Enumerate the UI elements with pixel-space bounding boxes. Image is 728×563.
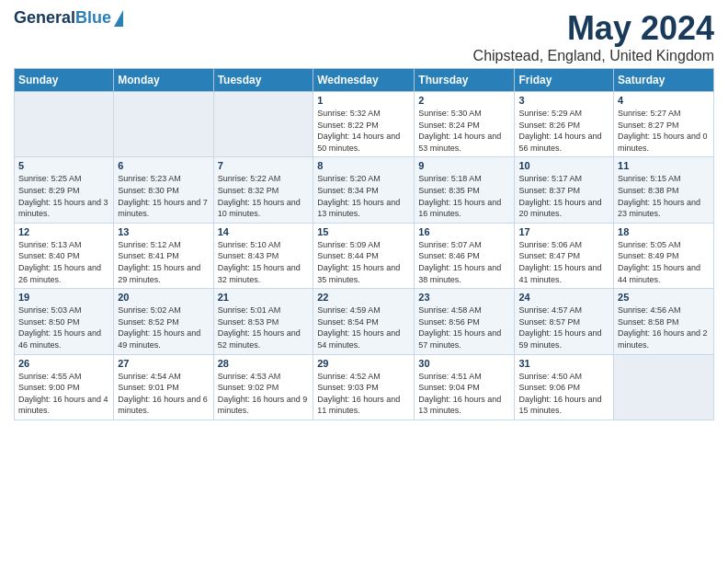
day-info: Sunrise: 5:02 AMSunset: 8:52 PMDaylight:… xyxy=(118,304,209,350)
calendar-cell: 25Sunrise: 4:56 AMSunset: 8:58 PMDayligh… xyxy=(614,289,714,354)
logo-blue: Blue xyxy=(75,8,111,27)
logo: GeneralBlue xyxy=(14,9,123,28)
day-info: Sunrise: 5:23 AMSunset: 8:30 PMDaylight:… xyxy=(118,173,209,219)
calendar-cell: 17Sunrise: 5:06 AMSunset: 8:47 PMDayligh… xyxy=(515,223,614,288)
calendar-cell: 23Sunrise: 4:58 AMSunset: 8:56 PMDayligh… xyxy=(415,289,515,354)
day-info: Sunrise: 5:20 AMSunset: 8:34 PMDaylight:… xyxy=(317,173,410,219)
day-number: 1 xyxy=(317,95,410,106)
day-number: 22 xyxy=(317,292,410,303)
day-info: Sunrise: 5:32 AMSunset: 8:22 PMDaylight:… xyxy=(317,108,410,154)
calendar-cell: 2Sunrise: 5:30 AMSunset: 8:24 PMDaylight… xyxy=(415,92,515,157)
weekday-header: Friday xyxy=(515,69,614,92)
calendar-cell: 29Sunrise: 4:52 AMSunset: 9:03 PMDayligh… xyxy=(313,354,415,419)
weekday-header: Sunday xyxy=(15,69,114,92)
calendar-cell: 16Sunrise: 5:07 AMSunset: 8:46 PMDayligh… xyxy=(415,223,515,288)
calendar-cell: 3Sunrise: 5:29 AMSunset: 8:26 PMDaylight… xyxy=(515,92,614,157)
calendar-week-row: 26Sunrise: 4:55 AMSunset: 9:00 PMDayligh… xyxy=(15,354,714,419)
calendar-cell xyxy=(213,92,313,157)
calendar-cell: 21Sunrise: 5:01 AMSunset: 8:53 PMDayligh… xyxy=(213,289,313,354)
calendar-cell xyxy=(15,92,114,157)
day-number: 23 xyxy=(418,292,510,303)
calendar-cell: 1Sunrise: 5:32 AMSunset: 8:22 PMDaylight… xyxy=(313,92,415,157)
day-info: Sunrise: 5:10 AMSunset: 8:43 PMDaylight:… xyxy=(218,239,310,285)
calendar-header-row: SundayMondayTuesdayWednesdayThursdayFrid… xyxy=(15,69,714,92)
page-container: GeneralBlue May 2024 Chipstead, England,… xyxy=(0,0,728,430)
logo-general: General xyxy=(14,8,75,27)
day-info: Sunrise: 4:53 AMSunset: 9:02 PMDaylight:… xyxy=(218,371,310,417)
day-number: 12 xyxy=(18,226,109,237)
calendar-cell: 8Sunrise: 5:20 AMSunset: 8:34 PMDaylight… xyxy=(313,157,415,223)
day-number: 14 xyxy=(218,226,310,237)
day-info: Sunrise: 4:51 AMSunset: 9:04 PMDaylight:… xyxy=(418,371,510,417)
main-title: May 2024 xyxy=(473,9,714,48)
day-number: 5 xyxy=(18,160,109,171)
day-info: Sunrise: 5:05 AMSunset: 8:49 PMDaylight:… xyxy=(618,239,710,285)
calendar-cell: 30Sunrise: 4:51 AMSunset: 9:04 PMDayligh… xyxy=(415,354,515,419)
day-number: 3 xyxy=(518,95,609,106)
calendar-week-row: 5Sunrise: 5:25 AMSunset: 8:29 PMDaylight… xyxy=(15,157,714,223)
calendar-cell: 26Sunrise: 4:55 AMSunset: 9:00 PMDayligh… xyxy=(15,354,114,419)
day-info: Sunrise: 4:57 AMSunset: 8:57 PMDaylight:… xyxy=(518,304,609,350)
day-info: Sunrise: 5:12 AMSunset: 8:41 PMDaylight:… xyxy=(118,239,209,285)
day-info: Sunrise: 4:56 AMSunset: 8:58 PMDaylight:… xyxy=(618,304,710,350)
day-info: Sunrise: 5:03 AMSunset: 8:50 PMDaylight:… xyxy=(18,304,109,350)
weekday-header: Saturday xyxy=(614,69,714,92)
day-number: 9 xyxy=(418,160,510,171)
day-number: 29 xyxy=(317,358,410,369)
day-info: Sunrise: 4:52 AMSunset: 9:03 PMDaylight:… xyxy=(317,371,410,417)
calendar-cell: 22Sunrise: 4:59 AMSunset: 8:54 PMDayligh… xyxy=(313,289,415,354)
day-number: 18 xyxy=(618,226,710,237)
calendar-cell: 7Sunrise: 5:22 AMSunset: 8:32 PMDaylight… xyxy=(213,157,313,223)
weekday-header: Thursday xyxy=(415,69,515,92)
calendar-cell: 28Sunrise: 4:53 AMSunset: 9:02 PMDayligh… xyxy=(213,354,313,419)
day-info: Sunrise: 4:59 AMSunset: 8:54 PMDaylight:… xyxy=(317,304,410,350)
calendar-week-row: 12Sunrise: 5:13 AMSunset: 8:40 PMDayligh… xyxy=(15,223,714,288)
calendar-cell: 24Sunrise: 4:57 AMSunset: 8:57 PMDayligh… xyxy=(515,289,614,354)
logo-text: GeneralBlue xyxy=(14,9,111,28)
calendar-cell: 11Sunrise: 5:15 AMSunset: 8:38 PMDayligh… xyxy=(614,157,714,223)
day-info: Sunrise: 4:50 AMSunset: 9:06 PMDaylight:… xyxy=(518,371,609,417)
day-number: 20 xyxy=(118,292,209,303)
day-info: Sunrise: 5:22 AMSunset: 8:32 PMDaylight:… xyxy=(218,173,310,219)
day-number: 30 xyxy=(418,358,510,369)
day-number: 24 xyxy=(518,292,609,303)
day-number: 15 xyxy=(317,226,410,237)
day-number: 25 xyxy=(618,292,710,303)
day-number: 28 xyxy=(218,358,310,369)
calendar-cell: 19Sunrise: 5:03 AMSunset: 8:50 PMDayligh… xyxy=(15,289,114,354)
day-number: 13 xyxy=(118,226,209,237)
calendar-week-row: 1Sunrise: 5:32 AMSunset: 8:22 PMDaylight… xyxy=(15,92,714,157)
calendar: SundayMondayTuesdayWednesdayThursdayFrid… xyxy=(14,68,714,420)
day-info: Sunrise: 4:58 AMSunset: 8:56 PMDaylight:… xyxy=(418,304,510,350)
calendar-cell xyxy=(614,354,714,419)
calendar-cell: 4Sunrise: 5:27 AMSunset: 8:27 PMDaylight… xyxy=(614,92,714,157)
header: GeneralBlue May 2024 Chipstead, England,… xyxy=(14,9,714,64)
day-info: Sunrise: 5:17 AMSunset: 8:37 PMDaylight:… xyxy=(518,173,609,219)
calendar-cell: 12Sunrise: 5:13 AMSunset: 8:40 PMDayligh… xyxy=(15,223,114,288)
day-number: 19 xyxy=(18,292,109,303)
day-number: 7 xyxy=(218,160,310,171)
day-info: Sunrise: 5:27 AMSunset: 8:27 PMDaylight:… xyxy=(618,108,710,154)
day-number: 8 xyxy=(317,160,410,171)
day-info: Sunrise: 5:29 AMSunset: 8:26 PMDaylight:… xyxy=(518,108,609,154)
day-number: 26 xyxy=(18,358,109,369)
title-block: May 2024 Chipstead, England, United King… xyxy=(473,9,714,64)
day-info: Sunrise: 5:07 AMSunset: 8:46 PMDaylight:… xyxy=(418,239,510,285)
calendar-week-row: 19Sunrise: 5:03 AMSunset: 8:50 PMDayligh… xyxy=(15,289,714,354)
calendar-cell: 14Sunrise: 5:10 AMSunset: 8:43 PMDayligh… xyxy=(213,223,313,288)
day-info: Sunrise: 5:01 AMSunset: 8:53 PMDaylight:… xyxy=(218,304,310,350)
day-number: 17 xyxy=(518,226,609,237)
day-number: 27 xyxy=(118,358,209,369)
calendar-cell: 20Sunrise: 5:02 AMSunset: 8:52 PMDayligh… xyxy=(114,289,213,354)
day-number: 10 xyxy=(518,160,609,171)
day-info: Sunrise: 5:15 AMSunset: 8:38 PMDaylight:… xyxy=(618,173,710,219)
calendar-cell: 5Sunrise: 5:25 AMSunset: 8:29 PMDaylight… xyxy=(15,157,114,223)
day-info: Sunrise: 5:09 AMSunset: 8:44 PMDaylight:… xyxy=(317,239,410,285)
calendar-cell: 15Sunrise: 5:09 AMSunset: 8:44 PMDayligh… xyxy=(313,223,415,288)
calendar-cell: 27Sunrise: 4:54 AMSunset: 9:01 PMDayligh… xyxy=(114,354,213,419)
weekday-header: Wednesday xyxy=(313,69,415,92)
day-info: Sunrise: 5:30 AMSunset: 8:24 PMDaylight:… xyxy=(418,108,510,154)
calendar-cell: 13Sunrise: 5:12 AMSunset: 8:41 PMDayligh… xyxy=(114,223,213,288)
day-info: Sunrise: 4:55 AMSunset: 9:00 PMDaylight:… xyxy=(18,371,109,417)
day-number: 16 xyxy=(418,226,510,237)
